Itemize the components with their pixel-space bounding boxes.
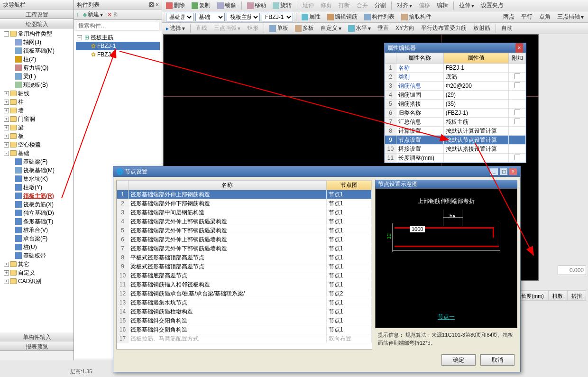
comp-item-fbzj1[interactable]: ✿ FBZJ-1 (76, 42, 160, 50)
nav-item[interactable]: -常用构件类型 (0, 29, 74, 38)
props-close-button[interactable]: × (515, 43, 523, 53)
nav-item[interactable]: +柱 (0, 98, 74, 106)
comp-item-fbzj2[interactable]: ✿ FBZJ-2 (76, 50, 160, 59)
node-row[interactable]: 2筏形基础端部外伸下部钢筋构造节点1 (117, 199, 372, 208)
node-row[interactable]: 17筏板拉筋、马凳筋配置方式双向布置 (117, 334, 372, 343)
props-button[interactable]: 属性 (299, 12, 323, 21)
dialog-close-button[interactable]: × (509, 168, 517, 175)
node-row[interactable]: 3筏形基础端部中间层钢筋构造节点1 (117, 208, 372, 217)
xy-direction-button[interactable]: XY方向 (393, 24, 417, 33)
props-row[interactable]: 11长度调整(mm) (385, 154, 526, 163)
nav-item[interactable]: 筏板基础(M) (0, 46, 74, 55)
ok-button[interactable]: 确定 (441, 354, 476, 366)
drawing-input-acc[interactable]: 绘图输入 (0, 19, 74, 28)
single-plate-button[interactable]: 单板 (267, 24, 291, 33)
nav-item[interactable]: 桩(U) (0, 243, 74, 251)
node-row[interactable]: 12筏形基础钢筋遇承台/独基/承台梁/基础联系梁/节点2 (117, 289, 372, 298)
type-select[interactable]: 筏板主筋 (227, 13, 260, 21)
node-row[interactable]: 1筏形基础端部外伸上部钢筋构造节点1 (117, 190, 372, 199)
rect-button[interactable]: 矩形 (245, 24, 261, 33)
props-row[interactable]: 2类别底筋 (385, 73, 526, 82)
comp-tree-root[interactable]: − ⊞ 筏板主筋 (76, 33, 160, 42)
nav-item[interactable]: 基础梁(F) (0, 157, 74, 166)
nav-item[interactable]: +轴线 (0, 89, 74, 98)
props-row[interactable]: 6归类名称(FBZJ-1) (385, 109, 526, 118)
node-row[interactable]: 6筏形基础端部无外伸上部钢筋遇墙构造节点1 (117, 235, 372, 244)
single-input-acc[interactable]: 单构件输入 (0, 332, 74, 341)
node-row[interactable]: 16筏形基础斜交阴角构造节点1 (117, 325, 372, 334)
tree-collapse-icon[interactable]: − (77, 35, 82, 40)
props-row[interactable]: 9节点设置按默认节点设置计算 (385, 136, 526, 145)
search-input[interactable] (76, 21, 159, 30)
radial-rebar-button[interactable]: 放射筋 (471, 24, 493, 33)
delete-button[interactable]: 删除 (164, 1, 187, 10)
arc-button[interactable]: 三点画弧 ▾ (211, 24, 243, 33)
nav-item[interactable]: -基础 (0, 149, 74, 157)
edit-button[interactable]: 编辑 (434, 1, 450, 10)
props-row[interactable]: 4钢筋锚固(29) (385, 91, 526, 100)
nav-item[interactable]: 筏板基础(M) (0, 166, 74, 175)
nav-item[interactable]: 梁(L) (0, 72, 74, 81)
node-row[interactable]: 4筏形基础端部无外伸上部钢筋遇梁构造节点1 (117, 217, 372, 226)
nav-item[interactable]: +自定义 (0, 268, 74, 277)
align-button[interactable]: 对齐 ▾ (395, 1, 414, 10)
node-row[interactable]: 7筏形基础端部无外伸下部钢筋遇墙构造节点1 (117, 244, 372, 253)
node-row[interactable]: 9梁板式筏形基础顶部高差节点节点1 (117, 262, 372, 271)
mirror-button[interactable]: 镜像 (215, 1, 239, 10)
extend-button[interactable]: 延伸 (300, 1, 316, 10)
edit-rebar-button[interactable]: 编辑钢筋 (325, 12, 360, 21)
move-button[interactable]: 移动 (245, 1, 268, 10)
nav-item[interactable]: 条形基础(T) (0, 217, 74, 226)
props-row[interactable]: 10搭接设置按默认搭接设置计算 (385, 145, 526, 154)
nav-item[interactable]: +空心楼盖 (0, 140, 74, 149)
horizontal-button[interactable]: 水平 ▾ (346, 24, 373, 33)
delete-comp-icon[interactable]: ✕ (107, 11, 112, 18)
new-component-button[interactable]: ♣ 新建 ▾ (81, 10, 105, 19)
nav-item[interactable]: 剪力墙(Q) (0, 64, 74, 72)
props-row[interactable]: 3钢筋信息Φ20@200 (385, 82, 526, 91)
grip-settings-button[interactable]: 设置夹点 (478, 1, 506, 10)
dialog-min-button[interactable]: _ (490, 168, 498, 175)
nav-item[interactable]: 独立基础(D) (0, 209, 74, 217)
offset-button[interactable]: 偏移 (416, 1, 432, 10)
nav-item[interactable]: 集水坑(K) (0, 175, 74, 183)
vertical-button[interactable]: 垂直 (375, 24, 391, 33)
nav-item[interactable]: +其它 (0, 260, 74, 268)
copy-button[interactable]: 复制 (189, 1, 213, 10)
auto-button[interactable]: 自动 (499, 24, 515, 33)
nav-item[interactable]: 承台梁(F) (0, 234, 74, 243)
nav-item[interactable]: 柱(Z) (0, 55, 74, 64)
copy-comp-icon[interactable]: ⎘ (114, 11, 117, 18)
break-button[interactable]: 打断 (336, 1, 352, 10)
comp-list-button[interactable]: 构件列表 (362, 12, 397, 21)
stretch-button[interactable]: 拉伸 ▾ (457, 1, 477, 10)
split-button[interactable]: 分割 (372, 1, 388, 10)
project-settings-acc[interactable]: 工程设置 (0, 9, 74, 19)
parallel-edge-button[interactable]: 平行边布置受力筋 (419, 24, 469, 33)
node-row[interactable]: 8平板式筏形基础顶部高差节点节点1 (117, 253, 372, 262)
measure-value-input[interactable] (558, 266, 586, 275)
category-select[interactable]: 基础 (195, 13, 225, 21)
custom-button[interactable]: 自定义 ▾ (318, 24, 344, 33)
node-row[interactable]: 11筏形基础钢筋锚入相邻筏板构造节点1 (117, 280, 372, 289)
parallel-button[interactable]: 平行 (519, 12, 535, 21)
node-row[interactable]: 13筏形基础遇集水坑节点节点1 (117, 298, 372, 307)
nav-item[interactable]: +CAD识别 (0, 277, 74, 285)
props-row[interactable]: 7汇总信息筏板主筋 (385, 118, 526, 127)
nav-item[interactable]: +板 (0, 132, 74, 140)
node-row[interactable]: 14筏形基础钢筋遇柱墩构造节点1 (117, 307, 372, 316)
props-row[interactable]: 8计算设置按默认计算设置计算 (385, 127, 526, 136)
rotate-button[interactable]: 旋转 (270, 1, 294, 10)
merge-button[interactable]: 合并 (354, 1, 370, 10)
trim-button[interactable]: 修剪 (318, 1, 334, 10)
line-button[interactable]: 直线 (193, 24, 210, 33)
node-row[interactable]: 15筏形基础斜交阳角构造节点1 (117, 316, 372, 325)
node-row[interactable]: 10筏形基础底部高差节点节点1 (117, 271, 372, 280)
nav-item[interactable]: 筏板主筋(R) (0, 192, 74, 200)
props-row[interactable]: 5钢筋搭接(35) (385, 100, 526, 109)
nav-item[interactable]: 基础板带 (0, 251, 74, 260)
dialog-max-button[interactable]: ▢ (499, 168, 508, 175)
nav-item[interactable]: 柱墩(Y) (0, 183, 74, 192)
nav-item[interactable]: 桩承台(V) (0, 226, 74, 234)
floor-select[interactable]: 基础层 (166, 13, 193, 21)
